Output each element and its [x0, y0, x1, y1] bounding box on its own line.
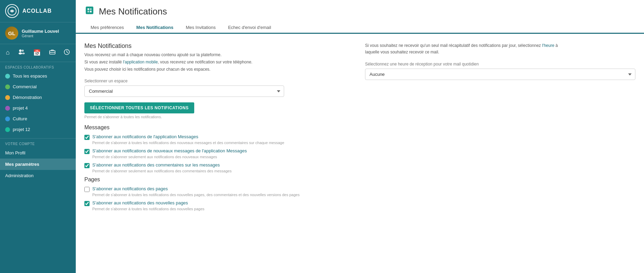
sidebar-item-projet12[interactable]: projet 12: [0, 124, 76, 135]
sidebar-item-commercial[interactable]: Commercial: [0, 81, 76, 92]
dot-demonstration: [5, 95, 10, 100]
administration-item[interactable]: Administration: [0, 170, 76, 181]
checkbox-msg1-input[interactable]: [84, 135, 90, 140]
user-section: GL Guillaume Louvel Gérant: [0, 22, 76, 44]
pages-group-title: Pages: [84, 176, 355, 183]
select-space-label: Selectionner un espace: [84, 79, 355, 83]
right-column: Si vous souhaitez ne recevoir qu'un seul…: [365, 42, 635, 214]
votre-compte-label: VOTRE COMPTE: [0, 139, 76, 147]
sidebar-item-label: projet 12: [13, 127, 30, 132]
logo-icon: [5, 4, 19, 18]
sidebar-item-demonstration[interactable]: Démonstration: [0, 92, 76, 103]
checkbox-page1-label[interactable]: S'abonner aux notifications des pages: [92, 186, 168, 191]
sidebar: ACOLLAB GL Guillaume Louvel Gérant ⌂ 📅: [0, 0, 76, 273]
desc-line3: Vous pouvez choisir ici les notification…: [84, 66, 355, 72]
svg-point-2: [19, 52, 22, 54]
sidebar-item-label: Culture: [13, 116, 27, 121]
logo-area: ACOLLAB: [5, 4, 52, 18]
page-title-area: Mes Notifications: [84, 5, 635, 18]
content-grid: Mes Notifications Vous recevrez un mail …: [84, 42, 635, 214]
tab-mes-invitations[interactable]: Mes Invitations: [179, 22, 222, 34]
sidebar-item-label: Tous les espaces: [13, 73, 47, 79]
svg-line-9: [67, 52, 68, 53]
checkbox-page2-desc: Permet de s'abonner à toutes les notific…: [92, 207, 355, 211]
mon-profil-item[interactable]: Mon Profil: [0, 147, 76, 159]
user-name: Guillaume Louvel: [22, 29, 59, 34]
checkbox-msg2: S'abonner aux notifications de nouveaux …: [84, 148, 355, 159]
svg-rect-11: [87, 8, 89, 10]
logo-text: ACOLLAB: [22, 8, 52, 14]
checkbox-msg2-desc: Permet de s'abonner seulement aux notifi…: [92, 155, 355, 159]
svg-rect-14: [90, 11, 92, 12]
nav-icons: ⌂ 📅: [0, 44, 76, 62]
checkbox-msg1: S'abonner aux notifications de l'applica…: [84, 134, 355, 145]
svg-point-1: [19, 50, 22, 52]
page-title: Mes Notifications: [99, 6, 167, 17]
sidebar-item-culture[interactable]: Culture: [0, 113, 76, 124]
messages-group-title: Messages: [84, 124, 355, 131]
checkbox-page2-label[interactable]: S'abonner aux notifications des nouvelle…: [92, 200, 188, 205]
time-select[interactable]: Aucune 00:00 01:00 02:00 06:00 07:00 08:…: [365, 69, 635, 80]
checkbox-msg3-input[interactable]: [84, 163, 90, 168]
avatar: GL: [5, 27, 18, 40]
sidebar-item-label: projet 4: [13, 105, 28, 111]
sidebar-header: ACOLLAB: [0, 0, 76, 22]
tab-mes-notifications[interactable]: Mes Notifications: [130, 22, 180, 34]
svg-point-4: [22, 53, 25, 54]
people-icon[interactable]: [15, 48, 28, 58]
dot-projet4: [5, 106, 10, 111]
clock-icon[interactable]: [61, 48, 73, 58]
user-info: Guillaume Louvel Gérant: [22, 29, 59, 38]
svg-rect-10: [86, 7, 93, 14]
dot-projet12: [5, 127, 10, 132]
checkbox-msg3-label[interactable]: S'abonner aux notifications des commenta…: [92, 162, 220, 168]
tab-mes-preferences[interactable]: Mes préférences: [84, 22, 130, 34]
content-area: Mes Notifications Vous recevrez un mail …: [76, 34, 644, 273]
checkbox-page1: S'abonner aux notifications des pages Pe…: [84, 186, 355, 197]
checkbox-msg3-desc: Permet de s'abonner seulement aux notifi…: [92, 169, 355, 173]
checkbox-page2-input[interactable]: [84, 201, 90, 206]
tabs: Mes préférences Mes Notifications Mes In…: [84, 22, 635, 33]
sidebar-item-label: Commercial: [13, 84, 37, 89]
svg-point-3: [22, 50, 24, 52]
notifications-section-title: Mes Notifications: [84, 42, 355, 50]
briefcase-icon[interactable]: [46, 48, 58, 58]
svg-rect-12: [90, 8, 92, 10]
sidebar-item-label: Démonstration: [13, 95, 42, 100]
select-all-notifications-button[interactable]: SÉLECTIONNER TOUTES LES NOTIFICATIONS: [84, 102, 194, 113]
dot-commercial: [5, 84, 10, 89]
dot-tous-les-espaces: [5, 74, 10, 79]
space-select[interactable]: Commercial Démonstration projet 4 Cultur…: [84, 85, 284, 97]
calendar-icon[interactable]: 📅: [30, 48, 43, 58]
checkbox-msg1-label[interactable]: S'abonner aux notifications de l'applica…: [92, 134, 198, 139]
user-role: Gérant: [22, 34, 59, 38]
time-select-label: Sélectionnez une heure de réception pour…: [365, 62, 635, 67]
checkbox-msg2-label[interactable]: S'abonner aux notifications de nouveaux …: [92, 148, 247, 153]
checkbox-page2: S'abonner aux notifications des nouvelle…: [84, 200, 355, 211]
dot-culture: [5, 117, 10, 121]
btn-hint: Permet de s'abonner à toutes les notific…: [84, 115, 355, 119]
checkbox-page1-desc: Permet de s'abonner à toutes les notific…: [92, 193, 355, 197]
sidebar-item-projet4[interactable]: projet 4: [0, 103, 76, 113]
right-panel-desc: Si vous souhaitez ne recevoir qu'un seul…: [365, 42, 572, 55]
checkbox-msg3: S'abonner aux notifications des commenta…: [84, 162, 355, 173]
home-icon[interactable]: ⌂: [3, 48, 12, 58]
checkbox-msg2-input[interactable]: [84, 149, 90, 154]
votre-compte-section: VOTRE COMPTE Mon Profil Mes paramètres A…: [0, 138, 76, 181]
mes-parametres-item[interactable]: Mes paramètres: [0, 159, 76, 170]
sidebar-item-tous-les-espaces[interactable]: Tous les espaces: [0, 71, 76, 81]
top-header: Mes Notifications Mes préférences Mes No…: [76, 0, 644, 34]
main-area: Mes Notifications Mes préférences Mes No…: [76, 0, 644, 273]
tab-echec-envoi-email[interactable]: Echec d'envoi d'email: [222, 22, 277, 34]
notifications-icon: [84, 5, 95, 18]
svg-rect-13: [87, 11, 89, 12]
espaces-label: ESPACES COLLABORATIFS: [0, 62, 76, 71]
desc-line2: Si vous avez installé l'application mobi…: [84, 59, 355, 65]
desc-line1: Vous recevrez un mail à chaque nouveau c…: [84, 52, 355, 58]
left-column: Mes Notifications Vous recevrez un mail …: [84, 42, 355, 214]
checkbox-page1-input[interactable]: [84, 187, 90, 192]
checkbox-msg1-desc: Permet de s'abonner à toutes les notific…: [92, 141, 355, 145]
